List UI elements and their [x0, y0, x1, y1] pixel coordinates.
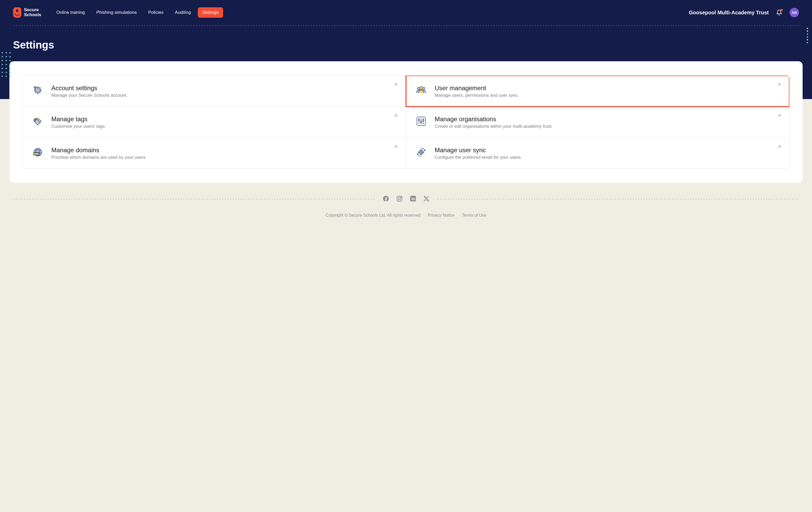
- footer-divider-left: [13, 199, 375, 200]
- settings-panel: Account settings Manage your Secure Scho…: [9, 61, 803, 183]
- svg-line-2: [394, 114, 397, 117]
- x-icon: [423, 196, 430, 203]
- svg-line-1: [778, 83, 780, 86]
- tile-description: Prioritise which domains are used by you…: [51, 155, 397, 160]
- svg-point-8: [401, 197, 401, 197]
- terms-link[interactable]: Terms of Use: [462, 213, 486, 218]
- settings-tile-manage-domains[interactable]: Manage domains Prioritise which domains …: [23, 138, 406, 168]
- top-nav: Secure Schools Online trainingPhishing s…: [0, 0, 812, 23]
- notifications-button[interactable]: [776, 9, 782, 16]
- arrow-icon: [393, 82, 399, 89]
- privacy-link[interactable]: Privacy Notice: [428, 213, 455, 218]
- tile-description: Manage users, permissions and user sync.: [435, 93, 780, 98]
- nav-item-policies[interactable]: Policies: [144, 7, 168, 18]
- linkedin-icon: [410, 195, 416, 203]
- tile-title: Manage domains: [51, 146, 397, 154]
- org-name[interactable]: Goosepool Multi-Academy Trust: [689, 10, 769, 16]
- copyright-text: Copyright © Secure Schools Ltd. All righ…: [325, 213, 420, 218]
- decorative-dots-left: [0, 52, 11, 77]
- settings-tile-manage-user-sync[interactable]: Manage user sync Configure the preferred…: [406, 138, 789, 168]
- facebook-link[interactable]: [382, 195, 389, 203]
- nav-item-settings[interactable]: Settings: [198, 7, 223, 18]
- footer-divider-right: [437, 199, 799, 200]
- brand-logo-text: Secure Schools: [24, 7, 41, 17]
- arrow-icon: [776, 82, 782, 89]
- settings-tile-manage-organisations[interactable]: Manage organisations Create or edit orga…: [406, 107, 789, 138]
- svg-line-5: [778, 145, 780, 148]
- footer: Copyright © Secure Schools Ltd. All righ…: [0, 195, 812, 226]
- facebook-icon: [382, 195, 389, 203]
- instagram-icon: [396, 195, 403, 203]
- instagram-link[interactable]: [396, 195, 403, 203]
- brand-logo-icon: [13, 7, 21, 18]
- globe-icon: [32, 146, 44, 159]
- users-icon: [415, 84, 427, 96]
- tile-description: Configure the preferred email for your u…: [435, 155, 780, 160]
- settings-grid: Account settings Manage your Secure Scho…: [22, 75, 790, 169]
- brand-logo[interactable]: Secure Schools: [13, 7, 41, 18]
- nav-item-phishing-simulations[interactable]: Phishing simulations: [92, 7, 142, 18]
- svg-line-0: [394, 83, 397, 86]
- arrow-icon: [776, 113, 782, 120]
- svg-point-7: [399, 198, 401, 200]
- notification-badge: [780, 9, 783, 11]
- avatar[interactable]: AW: [790, 8, 799, 17]
- tile-title: Manage tags: [51, 115, 397, 123]
- svg-line-4: [394, 145, 397, 148]
- tile-description: Create or edit organisations within your…: [435, 124, 780, 129]
- settings-tile-user-management[interactable]: User management Manage users, permission…: [406, 76, 789, 107]
- arrow-icon: [393, 144, 399, 151]
- arrow-icon: [393, 113, 399, 120]
- tile-title: Manage organisations: [435, 115, 780, 123]
- social-links: [380, 195, 432, 203]
- tile-description: Customise your users' tags.: [51, 124, 397, 129]
- svg-line-3: [778, 114, 780, 117]
- sliders-icon: [415, 115, 427, 127]
- tile-title: Account settings: [51, 84, 397, 92]
- page-title: Settings: [0, 26, 812, 61]
- arrow-icon: [776, 144, 782, 151]
- nav-item-online-training[interactable]: Online training: [52, 7, 90, 18]
- tile-description: Manage your Secure Schools account.: [51, 93, 397, 98]
- x-link[interactable]: [423, 196, 430, 203]
- tile-title: User management: [435, 84, 780, 92]
- linkedin-link[interactable]: [410, 195, 416, 203]
- nav-item-auditing[interactable]: Auditing: [170, 7, 196, 18]
- nav-items: Online trainingPhishing simulationsPolic…: [52, 7, 223, 18]
- settings-tile-manage-tags[interactable]: Manage tags Customise your users' tags.: [23, 107, 406, 138]
- gear-icon: [32, 84, 44, 96]
- tile-title: Manage user sync: [435, 146, 780, 154]
- sync-gear-icon: [415, 146, 427, 159]
- settings-tile-account-settings[interactable]: Account settings Manage your Secure Scho…: [23, 76, 406, 107]
- tags-icon: [32, 115, 44, 127]
